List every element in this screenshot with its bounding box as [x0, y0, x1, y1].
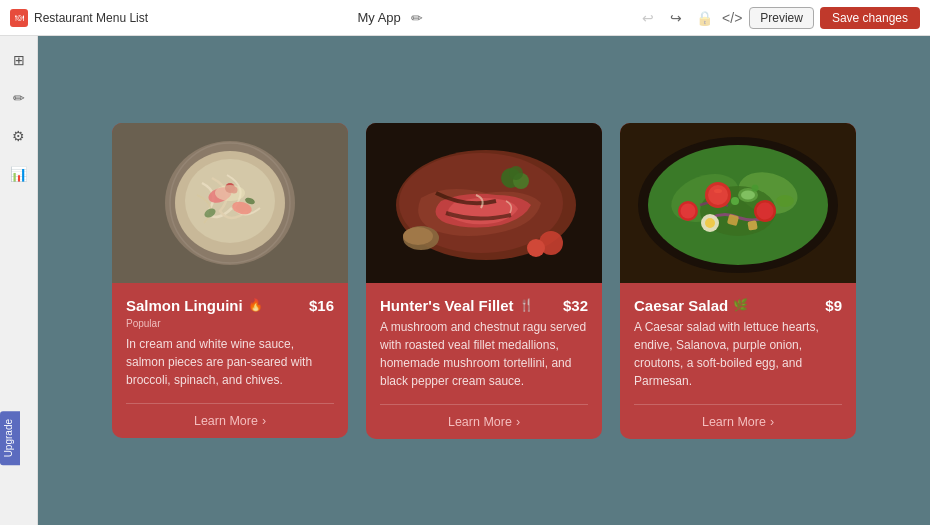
app-icon: 🍽 [10, 9, 28, 27]
card-caesar-salad: Caesar Salad 🌿 $9 A Caesar salad with le… [620, 123, 856, 439]
card-salmon-linguini: Salmon Linguini 🔥 $16 Popular In cream a… [112, 123, 348, 438]
card-price: $16 [309, 297, 334, 314]
card-icon: 🔥 [248, 298, 263, 312]
svg-rect-40 [747, 220, 757, 230]
sidebar-item-edit[interactable]: ✏ [5, 84, 33, 112]
card-image [620, 123, 856, 283]
code-icon[interactable]: </> [721, 7, 743, 29]
card-icon: 🍴 [519, 298, 534, 312]
card-price: $32 [563, 297, 588, 314]
svg-point-30 [708, 185, 728, 205]
center-title: My App [357, 10, 400, 25]
card-name: Caesar Salad 🌿 [634, 297, 748, 314]
svg-point-31 [714, 189, 722, 193]
card-badge: Popular [126, 318, 334, 329]
card-body: Salmon Linguini 🔥 $16 Popular In cream a… [112, 283, 348, 438]
upgrade-button[interactable]: Upgrade [0, 411, 20, 465]
svg-point-33 [757, 202, 774, 219]
svg-point-44 [752, 184, 759, 191]
learn-more-text: Learn More [702, 415, 766, 429]
sidebar-item-chart[interactable]: 📊 [5, 160, 33, 188]
sidebar-item-settings[interactable]: ⚙ [5, 122, 33, 150]
svg-point-38 [776, 195, 794, 207]
card-price: $9 [825, 297, 842, 314]
svg-point-42 [705, 218, 715, 228]
svg-point-18 [509, 166, 523, 180]
svg-point-43 [731, 197, 739, 205]
save-button[interactable]: Save changes [820, 7, 920, 29]
card-hunters-veal-fillet: Hunter's Veal Fillet 🍴 $32 A mushroom an… [366, 123, 602, 439]
cards-row: Salmon Linguini 🔥 $16 Popular In cream a… [112, 123, 856, 439]
svg-point-22 [527, 239, 545, 257]
learn-more-button[interactable]: Learn More › [634, 404, 842, 429]
card-header: Salmon Linguini 🔥 $16 [126, 297, 334, 314]
card-description: In cream and white wine sauce, salmon pi… [126, 335, 334, 389]
topbar-left: 🍽 Restaurant Menu List [10, 9, 148, 27]
card-header: Caesar Salad 🌿 $9 [634, 297, 842, 314]
card-header: Hunter's Veal Fillet 🍴 $32 [380, 297, 588, 314]
card-name-text: Salmon Linguini [126, 297, 243, 314]
lock-icon[interactable]: 🔒 [693, 7, 715, 29]
learn-more-text: Learn More [194, 414, 258, 428]
svg-point-35 [681, 203, 696, 218]
topbar-title: Restaurant Menu List [34, 11, 148, 25]
chevron-right-icon: › [262, 414, 266, 428]
card-icon: 🌿 [733, 298, 748, 312]
preview-button[interactable]: Preview [749, 7, 814, 29]
card-body: Hunter's Veal Fillet 🍴 $32 A mushroom an… [366, 283, 602, 439]
edit-pencil-icon[interactable]: ✏ [406, 7, 428, 29]
undo-icon[interactable]: ↩ [637, 7, 659, 29]
card-description: A Caesar salad with lettuce hearts, endi… [634, 318, 842, 390]
chevron-right-icon: › [770, 415, 774, 429]
svg-point-37 [741, 190, 755, 199]
svg-point-20 [403, 227, 433, 245]
learn-more-text: Learn More [448, 415, 512, 429]
card-body: Caesar Salad 🌿 $9 A Caesar salad with le… [620, 283, 856, 439]
topbar-right: ↩ ↪ 🔒 </> Preview Save changes [637, 7, 920, 29]
learn-more-button[interactable]: Learn More › [380, 404, 588, 429]
card-image [366, 123, 602, 283]
topbar: 🍽 Restaurant Menu List My App ✏ ↩ ↪ 🔒 </… [0, 0, 930, 36]
redo-icon[interactable]: ↪ [665, 7, 687, 29]
card-name-text: Hunter's Veal Fillet [380, 297, 514, 314]
card-name-text: Caesar Salad [634, 297, 728, 314]
card-image [112, 123, 348, 283]
card-name: Salmon Linguini 🔥 [126, 297, 263, 314]
svg-point-11 [215, 185, 245, 201]
learn-more-button[interactable]: Learn More › [126, 403, 334, 428]
topbar-center: My App ✏ [357, 7, 427, 29]
card-name: Hunter's Veal Fillet 🍴 [380, 297, 534, 314]
chevron-right-icon: › [516, 415, 520, 429]
main-content: Salmon Linguini 🔥 $16 Popular In cream a… [38, 36, 930, 525]
card-description: A mushroom and chestnut ragu served with… [380, 318, 588, 390]
sidebar-item-grid[interactable]: ⊞ [5, 46, 33, 74]
